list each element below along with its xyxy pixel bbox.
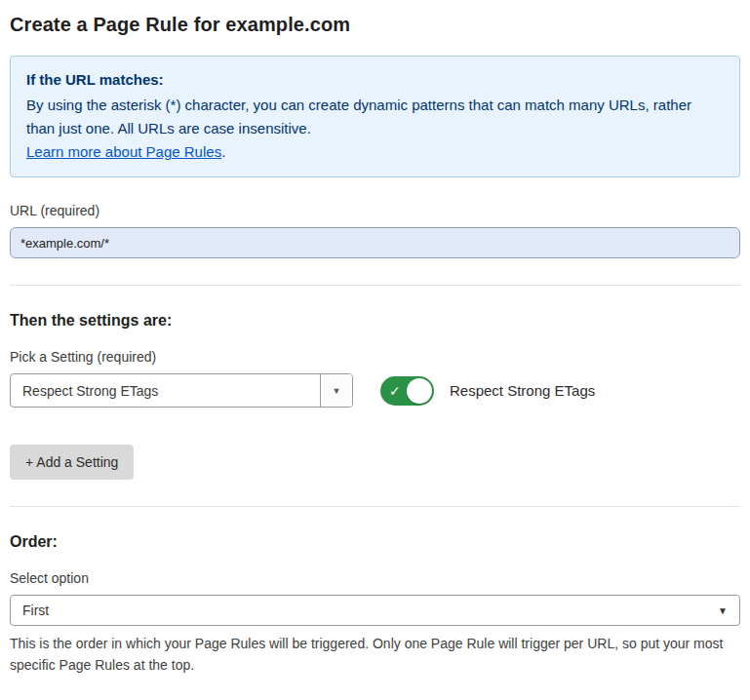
etags-toggle[interactable]: ✓ bbox=[380, 376, 434, 406]
url-match-info-box: If the URL matches: By using the asteris… bbox=[10, 56, 740, 177]
toggle-knob bbox=[407, 378, 432, 404]
info-box-link-row: Learn more about Page Rules. bbox=[26, 140, 724, 164]
chevron-down-icon: ▼ bbox=[333, 386, 341, 396]
order-select-value: First bbox=[22, 603, 49, 618]
divider bbox=[10, 506, 740, 507]
link-period: . bbox=[221, 143, 225, 160]
divider bbox=[10, 285, 740, 286]
info-box-body: By using the asterisk (*) character, you… bbox=[26, 94, 724, 140]
learn-more-link[interactable]: Learn more about Page Rules bbox=[26, 143, 221, 160]
pick-setting-label: Pick a Setting (required) bbox=[10, 349, 740, 365]
order-select[interactable]: First ▼ bbox=[10, 595, 740, 626]
create-page-rule-form: Create a Page Rule for example.com If th… bbox=[0, 0, 750, 700]
setting-select-value: Respect Strong ETags bbox=[11, 383, 320, 399]
settings-section-heading: Then the settings are: bbox=[10, 312, 740, 330]
order-section-heading: Order: bbox=[10, 533, 740, 551]
setting-select[interactable]: Respect Strong ETags ▼ bbox=[10, 373, 353, 408]
url-input[interactable] bbox=[10, 227, 740, 258]
setting-row: Respect Strong ETags ▼ ✓ Respect Strong … bbox=[10, 373, 740, 408]
etags-toggle-group: ✓ Respect Strong ETags bbox=[380, 376, 595, 406]
page-title: Create a Page Rule for example.com bbox=[10, 14, 740, 36]
info-box-heading: If the URL matches: bbox=[26, 68, 724, 92]
order-help-text: This is the order in which your Page Rul… bbox=[10, 634, 727, 676]
check-icon: ✓ bbox=[389, 381, 401, 401]
add-setting-button[interactable]: + Add a Setting bbox=[10, 445, 134, 480]
setting-select-arrow-button[interactable]: ▼ bbox=[320, 374, 352, 407]
chevron-down-icon: ▼ bbox=[718, 605, 728, 616]
etags-toggle-label: Respect Strong ETags bbox=[450, 382, 595, 399]
url-label: URL (required) bbox=[10, 203, 740, 218]
order-select-label: Select option bbox=[10, 570, 740, 586]
